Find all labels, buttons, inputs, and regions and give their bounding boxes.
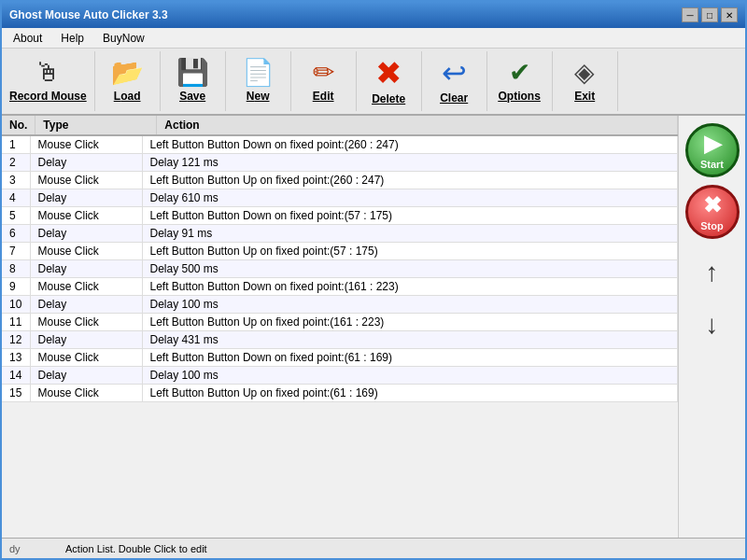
table-row[interactable]: 13Mouse ClickLeft Button Button Down on … — [2, 349, 678, 367]
minimize-button[interactable]: ─ — [682, 7, 698, 22]
cell-type: Mouse Click — [30, 172, 142, 189]
cell-no: 10 — [2, 296, 30, 314]
stop-button[interactable]: ✖ Stop — [685, 185, 740, 239]
start-icon: ▶ — [704, 131, 721, 157]
cell-no: 5 — [2, 207, 30, 225]
toolbar-btn-record-mouse[interactable]: 🖱Record Mouse — [2, 51, 95, 111]
table-row[interactable]: 12DelayDelay 431 ms — [2, 331, 678, 349]
scroll-up-button[interactable]: ↑ — [694, 254, 731, 291]
cell-type: Delay — [30, 296, 142, 314]
toolbar-btn-exit[interactable]: ◈Exit — [553, 51, 618, 111]
cell-type: Delay — [30, 367, 142, 385]
status-left: dy — [9, 543, 65, 554]
toolbar-btn-load[interactable]: 📂Load — [95, 51, 161, 111]
title-text: Ghost Mouse Auto Clicker 3.3 — [9, 8, 168, 21]
cell-type: Delay — [30, 260, 142, 278]
col-header-type: Type — [35, 116, 157, 135]
table-row[interactable]: 5Mouse ClickLeft Button Button Down on f… — [2, 207, 678, 225]
status-bar: dy Action List. Double Click to edit — [2, 538, 745, 558]
menu-bar: AboutHelpBuyNow — [2, 28, 745, 49]
action-table: No.TypeAction 1Mouse ClickLeft Button Bu… — [2, 116, 678, 538]
cell-type: Mouse Click — [30, 243, 142, 260]
cell-type: Delay — [30, 225, 142, 243]
new-icon: 📄 — [242, 60, 275, 86]
exit-label: Exit — [574, 90, 595, 103]
cell-no: 15 — [2, 385, 30, 402]
cell-no: 3 — [2, 172, 30, 189]
table-scroll-wrapper[interactable]: 1Mouse ClickLeft Button Button Down on f… — [2, 136, 678, 534]
cell-action: Delay 91 ms — [142, 225, 678, 243]
cell-action: Delay 500 ms — [142, 260, 678, 278]
table-row[interactable]: 14DelayDelay 100 ms — [2, 367, 678, 385]
start-button[interactable]: ▶ Start — [685, 123, 740, 177]
cell-action: Left Button Button Down on fixed point:(… — [142, 278, 678, 296]
menu-item-about[interactable]: About — [6, 30, 49, 47]
save-label: Save — [179, 90, 205, 103]
cell-action: Left Button Button Up on fixed point:(61… — [142, 385, 678, 402]
status-right: Action List. Double Click to edit — [65, 543, 738, 554]
table-area: No.TypeAction 1Mouse ClickLeft Button Bu… — [2, 116, 678, 538]
stop-label: Stop — [700, 220, 723, 231]
cell-action: Left Button Button Down on fixed point:(… — [142, 349, 678, 367]
options-icon: ✔ — [509, 60, 530, 86]
cell-type: Mouse Click — [30, 385, 142, 402]
main-content: No.TypeAction 1Mouse ClickLeft Button Bu… — [2, 116, 745, 538]
table-row[interactable]: 3Mouse ClickLeft Button Button Up on fix… — [2, 172, 678, 189]
close-button[interactable]: ✕ — [721, 7, 738, 22]
cell-action: Delay 121 ms — [142, 154, 678, 172]
right-panel: ▶ Start ✖ Stop ↑ ↓ — [678, 116, 745, 538]
table-row[interactable]: 10DelayDelay 100 ms — [2, 296, 678, 314]
maximize-button[interactable]: □ — [701, 7, 718, 22]
table-row[interactable]: 6DelayDelay 91 ms — [2, 225, 678, 243]
menu-item-buynow[interactable]: BuyNow — [95, 30, 152, 47]
cell-type: Mouse Click — [30, 314, 142, 331]
clear-icon: ↩ — [442, 58, 467, 88]
cell-action: Delay 100 ms — [142, 367, 678, 385]
table-row[interactable]: 8DelayDelay 500 ms — [2, 260, 678, 278]
load-icon: 📂 — [111, 60, 144, 86]
clear-label: Clear — [440, 91, 468, 105]
table-row[interactable]: 9Mouse ClickLeft Button Button Down on f… — [2, 278, 678, 296]
toolbar-btn-save[interactable]: 💾Save — [161, 51, 226, 111]
menu-item-help[interactable]: Help — [53, 30, 92, 47]
table-row[interactable]: 1Mouse ClickLeft Button Button Down on f… — [2, 136, 678, 154]
table-row[interactable]: 7Mouse ClickLeft Button Button Up on fix… — [2, 243, 678, 260]
col-header-no: No. — [2, 116, 35, 135]
toolbar: 🖱Record Mouse📂Load💾Save📄New✏Edit✖Delete↩… — [2, 49, 745, 116]
toolbar-btn-clear[interactable]: ↩Clear — [422, 51, 487, 111]
toolbar-btn-edit[interactable]: ✏Edit — [291, 51, 357, 111]
record-mouse-icon: 🖱 — [35, 60, 61, 86]
cell-action: Left Button Button Up on fixed point:(16… — [142, 314, 678, 331]
table-row[interactable]: 15Mouse ClickLeft Button Button Up on fi… — [2, 385, 678, 402]
cell-no: 2 — [2, 154, 30, 172]
load-label: Load — [114, 90, 141, 103]
toolbar-btn-new[interactable]: 📄New — [226, 51, 291, 111]
cell-action: Delay 100 ms — [142, 296, 678, 314]
cell-type: Delay — [30, 331, 142, 349]
toolbar-btn-options[interactable]: ✔Options — [487, 51, 553, 111]
table-row[interactable]: 11Mouse ClickLeft Button Button Up on fi… — [2, 314, 678, 331]
table-row[interactable]: 4DelayDelay 610 ms — [2, 189, 678, 207]
cell-no: 9 — [2, 278, 30, 296]
edit-icon: ✏ — [313, 60, 334, 86]
cell-type: Mouse Click — [30, 278, 142, 296]
cell-type: Mouse Click — [30, 349, 142, 367]
scroll-down-button[interactable]: ↓ — [694, 306, 731, 343]
app-window: Ghost Mouse Auto Clicker 3.3 ─ □ ✕ About… — [0, 0, 747, 560]
cell-no: 4 — [2, 189, 30, 207]
table-row[interactable]: 2DelayDelay 121 ms — [2, 154, 678, 172]
cell-no: 8 — [2, 260, 30, 278]
col-header-action: Action — [157, 116, 678, 135]
exit-icon: ◈ — [574, 60, 595, 86]
cell-type: Mouse Click — [30, 207, 142, 225]
cell-action: Left Button Button Down on fixed point:(… — [142, 136, 678, 154]
delete-icon: ✖ — [375, 57, 402, 89]
cell-type: Delay — [30, 154, 142, 172]
cell-type: Delay — [30, 189, 142, 207]
cell-action: Delay 431 ms — [142, 331, 678, 349]
cell-no: 7 — [2, 243, 30, 260]
start-label: Start — [700, 159, 724, 170]
toolbar-btn-delete[interactable]: ✖Delete — [357, 51, 422, 111]
cell-no: 12 — [2, 331, 30, 349]
table-body: 1Mouse ClickLeft Button Button Down on f… — [2, 136, 678, 402]
